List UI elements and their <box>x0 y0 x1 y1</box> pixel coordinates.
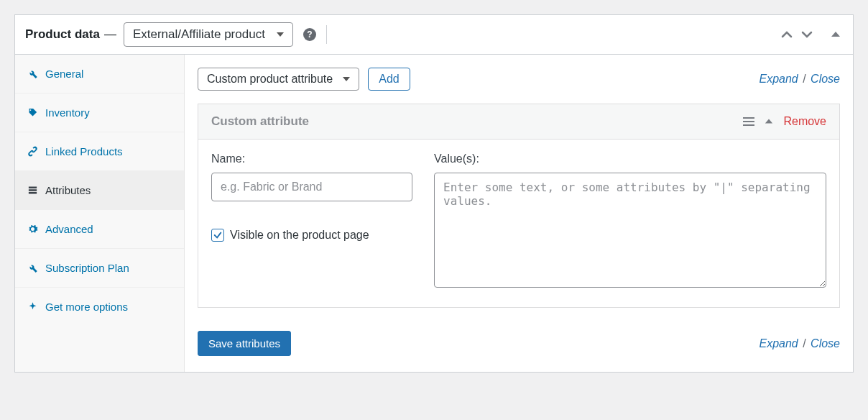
tab-linked-products[interactable]: Linked Products <box>15 132 184 171</box>
attribute-type-value: Custom product attribute <box>207 73 333 86</box>
tab-advanced[interactable]: Advanced <box>15 210 184 249</box>
visible-checkbox-row[interactable]: Visible on the product page <box>211 229 412 242</box>
tab-label: Advanced <box>45 223 93 235</box>
move-up-button[interactable] <box>780 27 794 42</box>
tab-inventory[interactable]: Inventory <box>15 93 184 132</box>
panel-title: Product data <box>25 27 100 42</box>
wrench-icon <box>27 262 38 274</box>
help-icon[interactable]: ? <box>303 28 316 41</box>
product-data-tabs: General Inventory Linked Products Attrib… <box>15 55 185 372</box>
values-label: Value(s): <box>434 152 826 165</box>
close-link[interactable]: Close <box>811 73 840 85</box>
remove-attribute-link[interactable]: Remove <box>783 115 826 128</box>
collapse-attribute-button[interactable] <box>765 117 773 126</box>
visible-label: Visible on the product page <box>230 229 369 242</box>
close-link[interactable]: Close <box>811 337 840 350</box>
tab-label: Attributes <box>45 184 91 196</box>
name-label: Name: <box>211 152 412 165</box>
expand-close-links-bottom: Expand / Close <box>759 337 840 350</box>
tag-icon <box>27 107 38 119</box>
add-attribute-button[interactable]: Add <box>368 68 410 91</box>
gear-icon <box>27 224 38 235</box>
wrench-icon <box>27 68 38 80</box>
sparkle-icon <box>27 301 38 313</box>
attributes-panel: Custom product attribute Add Expand / Cl… <box>185 55 853 372</box>
tab-subscription-plan[interactable]: Subscription Plan <box>15 249 184 288</box>
checkbox-checked-icon <box>211 229 224 242</box>
divider <box>326 25 327 44</box>
tab-general[interactable]: General <box>15 55 184 93</box>
chevron-down-icon <box>277 32 284 37</box>
chevron-down-icon <box>343 77 350 81</box>
attribute-type-select[interactable]: Custom product attribute <box>198 68 359 91</box>
tab-label: Get more options <box>45 301 128 313</box>
tab-label: Subscription Plan <box>45 262 129 274</box>
product-type-select[interactable]: External/Affiliate product <box>124 22 293 47</box>
title-dash: — <box>104 27 116 42</box>
tab-get-more[interactable]: Get more options <box>15 288 184 326</box>
link-icon <box>27 146 38 158</box>
expand-link[interactable]: Expand <box>759 337 798 350</box>
product-type-value: External/Affiliate product <box>133 27 265 42</box>
list-icon <box>27 185 38 196</box>
panel-header: Product data — External/Affiliate produc… <box>15 15 853 55</box>
product-data-panel: Product data — External/Affiliate produc… <box>14 14 854 373</box>
collapse-panel-button[interactable] <box>828 27 843 42</box>
attribute-header: Custom attribute Remove <box>198 104 839 140</box>
tab-label: General <box>45 68 83 80</box>
attribute-values-textarea[interactable] <box>434 173 826 288</box>
attribute-title: Custom attribute <box>211 114 309 129</box>
tab-label: Linked Products <box>45 145 123 158</box>
attribute-block: Custom attribute Remove Name: <box>198 104 840 308</box>
drag-handle-icon[interactable] <box>743 117 754 127</box>
save-attributes-button[interactable]: Save attributes <box>198 331 291 356</box>
tab-label: Inventory <box>45 106 90 119</box>
expand-link[interactable]: Expand <box>759 73 798 85</box>
move-down-button[interactable] <box>800 27 814 42</box>
expand-close-links: Expand / Close <box>759 73 840 86</box>
attribute-name-input[interactable] <box>211 173 412 201</box>
tab-attributes[interactable]: Attributes <box>15 171 184 210</box>
